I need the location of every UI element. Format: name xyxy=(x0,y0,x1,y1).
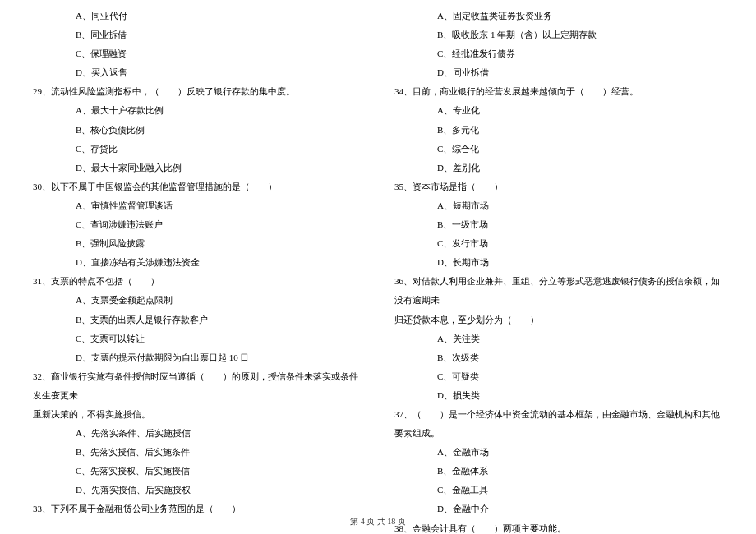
question-36-cont: 归还贷款本息，至少划分为（ ） xyxy=(394,311,723,329)
option-item: A、固定收益类证券投资业务 xyxy=(394,7,723,25)
page-content: A、同业代付 B、同业拆借 C、保理融资 D、买入返售 29、流动性风险监测指标… xyxy=(0,0,756,534)
option-item: D、损失类 xyxy=(394,386,723,405)
option-item: D、差别化 xyxy=(394,159,723,177)
option-item: A、先落实条件、后实施授信 xyxy=(33,424,362,443)
option-item: A、支票受金额起点限制 xyxy=(33,291,362,310)
option-item: C、综合化 xyxy=(394,140,723,159)
option-item: D、先落实授信、后实施授权 xyxy=(33,481,362,499)
question-29: 29、流动性风险监测指标中，（ ）反映了银行存款的集中度。 xyxy=(33,82,362,101)
option-item: B、一级市场 xyxy=(394,215,723,234)
option-item: C、金融工具 xyxy=(394,481,723,499)
option-item: A、短期市场 xyxy=(394,196,723,215)
question-34: 34、目前，商业银行的经营发展越来越倾向于（ ）经营。 xyxy=(394,82,723,101)
option-item: D、同业拆借 xyxy=(394,63,723,82)
left-column: A、同业代付 B、同业拆借 C、保理融资 D、买入返售 29、流动性风险监测指标… xyxy=(16,7,378,534)
option-item: C、支票可以转让 xyxy=(33,329,362,348)
question-30: 30、以下不属于中国银监会的其他监督管理措施的是（ ） xyxy=(33,177,362,196)
option-item: C、查询涉嫌违法账户 xyxy=(33,215,362,234)
option-item: C、保理融资 xyxy=(33,44,362,63)
option-item: B、次级类 xyxy=(394,348,723,367)
option-item: B、吸收股东 1 年期（含）以上定期存款 xyxy=(394,25,723,44)
option-item: A、同业代付 xyxy=(33,7,362,25)
page-footer: 第 4 页 共 18 页 xyxy=(0,516,756,527)
question-32: 32、商业银行实施有条件授信时应当遵循（ ）的原则，授信条件未落实或条件发生变更… xyxy=(33,367,362,405)
option-item: A、专业化 xyxy=(394,101,723,120)
option-item: C、存贷比 xyxy=(33,140,362,159)
question-31: 31、支票的特点不包括（ ） xyxy=(33,272,362,291)
option-item: C、先落实授权、后实施授信 xyxy=(33,462,362,481)
question-37: 37、（ ）是一个经济体中资金流动的基本框架，由金融市场、金融机构和其他要素组成… xyxy=(394,405,723,443)
option-item: D、最大十家同业融入比例 xyxy=(33,159,362,177)
option-item: D、买入返售 xyxy=(33,63,362,82)
option-item: A、关注类 xyxy=(394,329,723,348)
option-item: D、直接冻结有关涉嫌违法资金 xyxy=(33,253,362,272)
option-item: A、审慎性监督管理谈话 xyxy=(33,196,362,215)
option-item: A、金融市场 xyxy=(394,443,723,462)
option-item: B、多元化 xyxy=(394,121,723,140)
option-item: B、同业拆借 xyxy=(33,25,362,44)
option-item: A、最大十户存款比例 xyxy=(33,101,362,120)
right-column: A、固定收益类证券投资业务 B、吸收股东 1 年期（含）以上定期存款 C、经批准… xyxy=(378,7,740,534)
option-item: B、核心负债比例 xyxy=(33,121,362,140)
option-item: C、可疑类 xyxy=(394,367,723,386)
option-item: D、长期市场 xyxy=(394,253,723,272)
option-item: C、经批准发行债券 xyxy=(394,44,723,63)
question-35: 35、资本市场是指（ ） xyxy=(394,177,723,196)
option-item: B、先落实授信、后实施条件 xyxy=(33,443,362,462)
question-32-cont: 重新决策的，不得实施授信。 xyxy=(33,405,362,424)
option-item: B、支票的出票人是银行存款客户 xyxy=(33,311,362,329)
question-36: 36、对借款人利用企业兼并、重组、分立等形式恶意逃废银行债务的授信余额，如没有逾… xyxy=(394,272,723,310)
option-item: C、发行市场 xyxy=(394,234,723,253)
option-item: D、支票的提示付款期限为自出票日起 10 日 xyxy=(33,348,362,367)
option-item: B、强制风险披露 xyxy=(33,234,362,253)
option-item: B、金融体系 xyxy=(394,462,723,481)
